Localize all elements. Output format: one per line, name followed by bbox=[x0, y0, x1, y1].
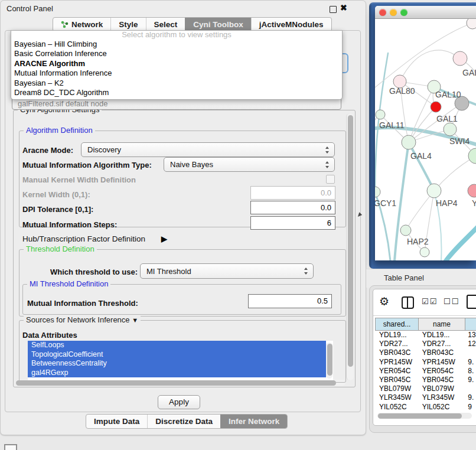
tab-jactivemnodules[interactable]: jActiveMNodules bbox=[251, 18, 331, 31]
function-builder-icon[interactable] bbox=[467, 295, 476, 309]
tab-network[interactable]: Network bbox=[53, 18, 110, 31]
network-node-gal1[interactable] bbox=[444, 123, 457, 136]
table-cell: YER054C bbox=[375, 367, 418, 376]
algorithm-option[interactable]: Bayesian – Hill Climbing bbox=[11, 40, 342, 49]
algorithm-dropdown-placeholder: Select algorithm to view settings bbox=[11, 31, 342, 40]
settings-vertical-scrollbar[interactable] bbox=[346, 113, 354, 380]
dpi-tolerance-field[interactable]: 0.0 bbox=[250, 201, 335, 214]
table-cell: 13 bbox=[464, 331, 476, 340]
hub-definition-label[interactable]: Hub/Transcription Factor Definition bbox=[22, 234, 145, 243]
kernel-width-label: Kernel Width (0,1): bbox=[22, 190, 90, 199]
mi-threshold-field[interactable]: 0.5 bbox=[248, 294, 332, 308]
control-panel-title: Control Panel bbox=[6, 4, 53, 13]
tab-discretize-data[interactable]: Discretize Data bbox=[147, 415, 220, 428]
network-canvas[interactable]: GALGAL80GAL10GAL1GAL11GAL4SWI4GCY1HAP4YH… bbox=[375, 19, 476, 260]
network-node[interactable] bbox=[420, 247, 429, 257]
mi-threshold-label: Mutual Information Threshold: bbox=[27, 299, 138, 308]
network-node[interactable] bbox=[467, 19, 476, 29]
table-cell: YPR145W bbox=[418, 358, 464, 367]
network-window[interactable]: GALGAL80GAL10GAL1GAL11GAL4SWI4GCY1HAP4YH… bbox=[375, 6, 476, 260]
column-header[interactable] bbox=[465, 318, 476, 331]
table-row[interactable]: YPR145WYPR145W9. bbox=[375, 358, 476, 367]
algorithm-dropdown: Select algorithm to view settings Bayesi… bbox=[11, 30, 343, 100]
window-minimize-button[interactable] bbox=[390, 9, 397, 16]
mi-steps-field[interactable]: 6 bbox=[250, 216, 335, 230]
dpi-tolerance-label: DPI Tolerance [0,1]: bbox=[22, 205, 93, 214]
window-zoom-button[interactable] bbox=[400, 9, 407, 16]
tab-impute-data[interactable]: Impute Data bbox=[86, 415, 147, 428]
algorithm-option[interactable]: Dream8 DC_TDC Algorithm bbox=[11, 88, 342, 97]
algorithm-option[interactable]: Mutual Information Inference bbox=[11, 69, 342, 78]
gear-icon[interactable]: ⚙ bbox=[379, 295, 389, 308]
expand-arrow-icon[interactable]: ▶ bbox=[161, 234, 167, 243]
column-header[interactable]: name bbox=[419, 318, 465, 331]
spinner-icon bbox=[325, 146, 330, 154]
aracne-mode-combo[interactable]: Discovery bbox=[81, 142, 335, 157]
spinner-icon bbox=[325, 161, 330, 168]
network-window-titlebar[interactable] bbox=[375, 6, 476, 19]
which-threshold-label: Which threshold to use: bbox=[50, 268, 138, 276]
apply-button[interactable]: Apply bbox=[158, 395, 200, 409]
data-attribute-item[interactable]: BetweennessCentrality bbox=[28, 359, 326, 369]
network-node-gal4[interactable] bbox=[402, 135, 416, 149]
mi-type-combo[interactable]: Naive Bayes bbox=[164, 157, 335, 172]
select-all-icon[interactable]: ☑☑ bbox=[422, 297, 438, 306]
algorithm-option[interactable]: ARACNE Algorithm bbox=[11, 59, 342, 69]
data-attribute-item[interactable]: TopologicalCoefficient bbox=[28, 350, 326, 360]
table-cell: YIL052C bbox=[418, 403, 464, 412]
split-view-icon[interactable] bbox=[402, 296, 414, 309]
algorithm-definition-title: Algorithm Definition bbox=[24, 126, 95, 135]
tab-select[interactable]: Select bbox=[146, 18, 185, 31]
table-row[interactable]: YDL19...YDL19...13 bbox=[375, 331, 476, 340]
table-cell: YBL079W bbox=[375, 384, 418, 393]
table-row[interactable]: YLR345WYLR345W9. bbox=[375, 393, 476, 402]
mi-threshold-title: MI Threshold Definition bbox=[27, 279, 110, 288]
network-node-y[interactable] bbox=[468, 184, 476, 197]
attribute-list-scrollbar[interactable] bbox=[326, 343, 332, 379]
table-rows: YDL19...YDL19...13YDR27...YDR27...12YBR0… bbox=[375, 331, 476, 412]
network-node-gcy1[interactable] bbox=[375, 187, 380, 197]
network-edge[interactable] bbox=[400, 50, 460, 81]
collapse-arrow-icon[interactable]: ▼ bbox=[132, 317, 138, 324]
tab-cyni-toolbox[interactable]: Cyni Toolbox bbox=[185, 18, 251, 31]
table-horizontal-scrollbar[interactable] bbox=[377, 413, 472, 419]
algorithm-option[interactable]: Bayesian – K2 bbox=[11, 79, 342, 88]
close-icon[interactable]: ✖ bbox=[340, 3, 347, 12]
data-attribute-item[interactable]: SelfLoops bbox=[28, 341, 326, 350]
which-threshold-combo[interactable]: MI Threshold bbox=[140, 263, 314, 279]
table-cell: YIL052C bbox=[375, 403, 418, 412]
table-row[interactable]: YBL079WYBL079W bbox=[375, 384, 476, 393]
mi-steps-label: Mutual Information Steps: bbox=[22, 220, 117, 229]
table-cell: YDR27... bbox=[418, 340, 464, 348]
table-row[interactable]: YBR045CYBR045C9. bbox=[375, 376, 476, 384]
table-row[interactable]: YIL052CYIL052C9 bbox=[375, 403, 476, 412]
table-row[interactable]: YER054CYER054C8. bbox=[375, 367, 476, 376]
network-edge[interactable] bbox=[409, 142, 434, 191]
network-node-swi4[interactable] bbox=[468, 148, 476, 164]
window-close-button[interactable] bbox=[379, 9, 386, 16]
network-node-hap2[interactable] bbox=[400, 225, 411, 236]
data-attributes-list[interactable]: SelfLoopsTopologicalCoefficientBetweenne… bbox=[28, 341, 333, 380]
network-node-gal11[interactable] bbox=[376, 110, 385, 119]
tab-infer-network[interactable]: Infer Network bbox=[220, 415, 287, 428]
manual-kernel-label: Manual Kernel Width Definition bbox=[22, 175, 136, 184]
table-cell bbox=[464, 384, 476, 393]
tab-style[interactable]: Style bbox=[110, 18, 145, 31]
table-cell: YBL079W bbox=[418, 384, 464, 393]
node-label: HAP2 bbox=[407, 237, 429, 246]
network-edge[interactable] bbox=[446, 226, 476, 260]
table-row[interactable]: YBR043CYBR043C bbox=[375, 348, 476, 357]
table-row[interactable]: YDR27...YDR27...12 bbox=[375, 340, 476, 348]
column-header[interactable]: shared... bbox=[375, 318, 419, 331]
network-node-hap4[interactable] bbox=[427, 184, 441, 198]
deselect-all-icon[interactable]: ☐☐ bbox=[444, 297, 459, 306]
float-window-icon[interactable] bbox=[330, 6, 337, 13]
network-node-gal[interactable] bbox=[453, 51, 467, 66]
table-cell: YPR145W bbox=[375, 358, 418, 367]
kernel-width-field: 0.0 bbox=[250, 186, 335, 200]
algorithm-option[interactable]: Basic Correlation Inference bbox=[11, 49, 342, 58]
manual-kernel-checkbox[interactable] bbox=[326, 175, 335, 184]
data-attribute-item[interactable]: gal4RGexp bbox=[28, 369, 326, 378]
network-edge[interactable] bbox=[434, 156, 476, 191]
network-node[interactable] bbox=[431, 102, 441, 112]
